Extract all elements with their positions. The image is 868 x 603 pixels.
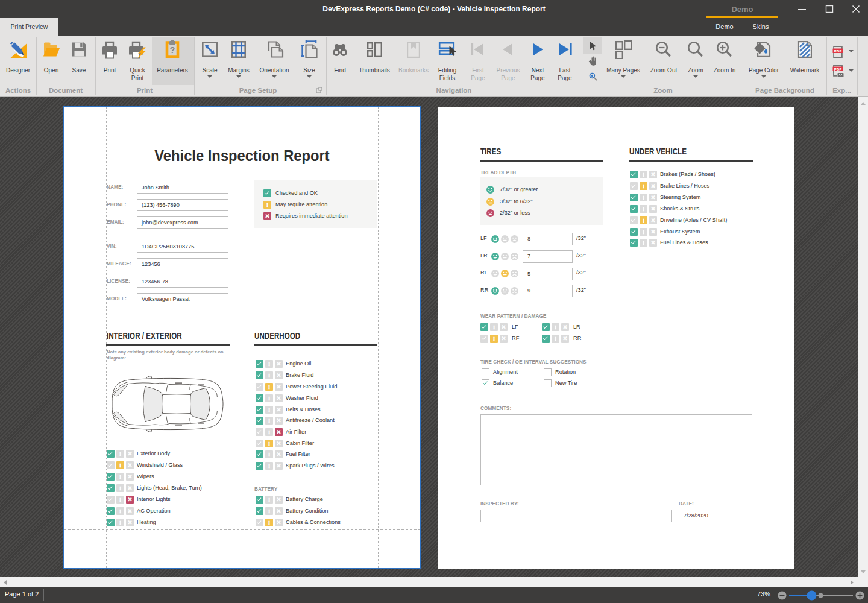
svg-text:PDF: PDF <box>834 67 842 71</box>
svg-text:?: ? <box>170 45 175 55</box>
svg-text:PDF: PDF <box>834 49 842 53</box>
